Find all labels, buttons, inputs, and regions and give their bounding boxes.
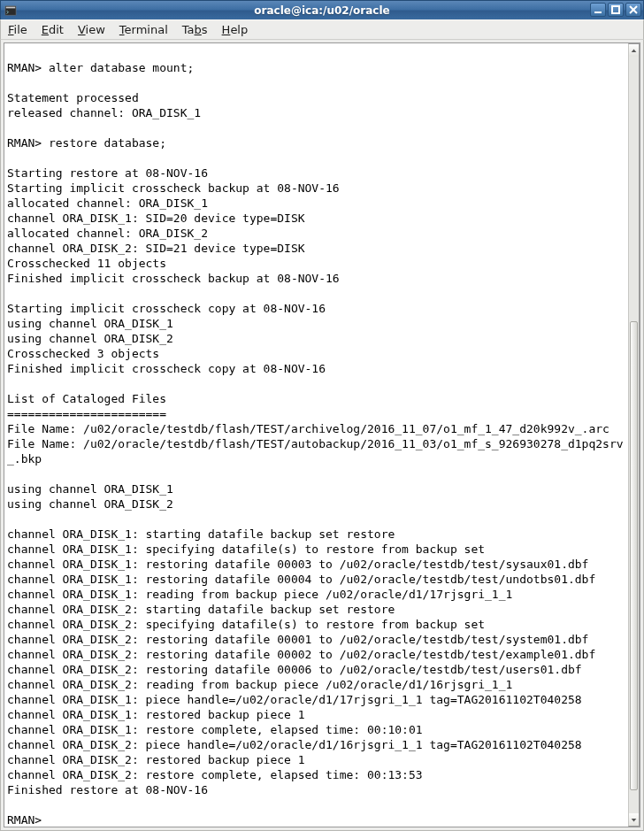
menu-terminal[interactable]: Terminal [112,20,175,39]
svg-rect-3 [612,6,619,13]
menu-edit[interactable]: Edit [34,20,71,39]
terminal-frame: RMAN> alter database mount; Statement pr… [0,40,644,831]
close-button[interactable] [625,3,641,17]
scroll-down-button[interactable] [629,813,639,826]
window-controls [590,3,641,17]
terminal-viewport[interactable]: RMAN> alter database mount; Statement pr… [4,43,628,827]
menu-file[interactable]: File [1,20,34,39]
scroll-up-button[interactable] [629,44,639,57]
terminal-output: RMAN> alter database mount; Statement pr… [4,43,628,827]
menubar: File Edit View Terminal Tabs Help [0,19,644,40]
window-titlebar: oracle@ica:/u02/oracle [0,0,644,19]
menu-help[interactable]: Help [215,20,256,39]
window-title: oracle@ica:/u02/oracle [1,4,643,17]
svg-rect-1 [6,6,16,8]
scroll-track[interactable] [629,57,639,813]
scroll-thumb[interactable] [630,321,638,790]
menu-tabs[interactable]: Tabs [175,20,215,39]
terminal: RMAN> alter database mount; Statement pr… [4,42,640,827]
minimize-button[interactable] [590,3,606,17]
scrollbar [628,43,640,827]
maximize-button[interactable] [608,3,624,17]
terminal-icon [4,4,18,18]
menu-view[interactable]: View [71,20,112,39]
